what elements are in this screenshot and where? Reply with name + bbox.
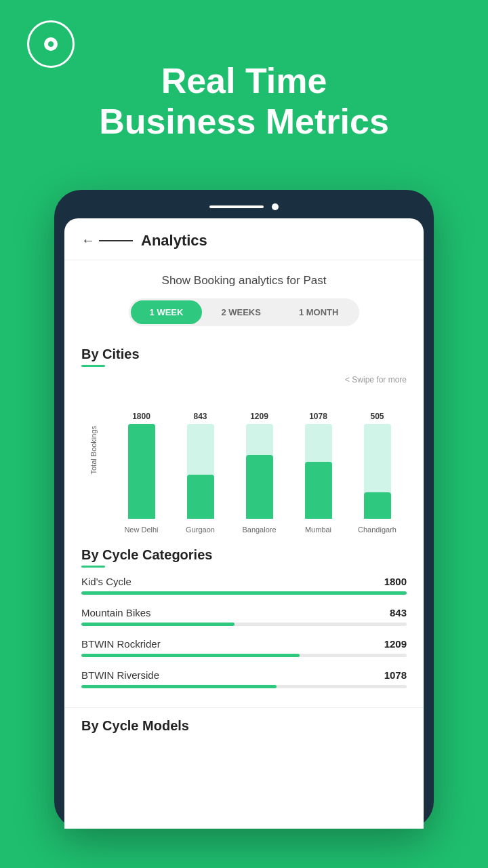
mountain-bikes-progress-bg (81, 623, 407, 626)
by-cities-title: By Cities (81, 347, 407, 362)
category-kids-cycle-name: Kid's Cycle (81, 576, 131, 587)
kids-cycle-progress-fg (81, 591, 407, 595)
analytics-header: ← Analytics (64, 218, 424, 260)
btwin-rockrider-progress-bg (81, 654, 407, 657)
category-mountain-bikes-name: Mountain Bikes (81, 607, 151, 618)
header-section: Real Time Business Metrics (0, 0, 488, 190)
swipe-hint: < Swipe for more (81, 375, 407, 384)
phone-mockup: ← Analytics Show Booking analytics for P… (54, 190, 434, 829)
app-logo (27, 20, 75, 68)
btwin-rockrider-progress-fg (81, 654, 300, 657)
bar-bangalore: 1209 Bangalore (230, 412, 289, 534)
by-cities-section: By Cities < Swipe for more Total Booking… (64, 333, 424, 540)
by-cycle-models-section: By Cycle Models (64, 707, 424, 741)
time-tabs: 1 WEEK 2 WEEKS 1 MONTH (129, 298, 360, 326)
btwin-riverside-progress-fg (81, 685, 277, 688)
category-mountain-bikes-value: 843 (390, 607, 407, 618)
bar-mumbai: 1078 Mumbai (289, 412, 348, 534)
category-btwin-riverside-value: 1078 (384, 669, 407, 681)
category-mountain-bikes: Mountain Bikes 843 (81, 607, 407, 626)
by-cycle-models-title: By Cycle Models (81, 718, 407, 734)
notch-line (209, 205, 264, 208)
category-btwin-rockrider-name: BTWIN Rockrider (81, 638, 161, 650)
category-btwin-rockrider-value: 1209 (384, 638, 407, 650)
back-button[interactable]: ← (81, 233, 133, 248)
y-axis-label: Total Bookings (89, 450, 98, 474)
tab-1month[interactable]: 1 MONTH (280, 300, 358, 324)
category-btwin-riverside-name: BTWIN Riverside (81, 669, 159, 681)
bar-chandigarh: 505 Chandigarh (348, 412, 407, 534)
kids-cycle-progress-bg (81, 591, 407, 595)
booking-section: Show Booking analytics for Past 1 WEEK 2… (64, 260, 424, 333)
by-categories-title: By Cycle Categories (81, 547, 407, 563)
btwin-riverside-progress-bg (81, 685, 407, 688)
headline: Real Time Business Metrics (27, 34, 461, 170)
back-arrow-icon: ← (81, 233, 95, 248)
headline-line1: Real Time (161, 61, 327, 100)
mountain-bikes-progress-fg (81, 623, 235, 626)
analytics-title: Analytics (141, 232, 207, 250)
tab-1week[interactable]: 1 WEEK (131, 300, 203, 324)
category-btwin-rockrider: BTWIN Rockrider 1209 (81, 638, 407, 657)
section-underline (81, 365, 105, 367)
headline-line2: Business Metrics (99, 102, 389, 141)
category-btwin-riverside: BTWIN Riverside 1078 (81, 669, 407, 688)
phone-notch (64, 203, 424, 210)
booking-label: Show Booking analytics for Past (81, 274, 407, 288)
notch-dot (272, 203, 279, 210)
phone-screen: ← Analytics Show Booking analytics for P… (64, 218, 424, 829)
bar-new-delhi: 1800 New Delhi (112, 412, 171, 534)
category-kids-cycle-value: 1800 (384, 576, 407, 587)
bar-gurgaon: 843 Gurgaon (171, 412, 230, 534)
by-categories-section: By Cycle Categories Kid's Cycle 1800 Mou… (64, 540, 424, 707)
categories-underline (81, 566, 105, 568)
category-kids-cycle: Kid's Cycle 1800 (81, 576, 407, 595)
tab-2weeks[interactable]: 2 WEEKS (202, 300, 280, 324)
city-chart: Total Bookings 1800 New Delhi 843 (81, 391, 407, 534)
